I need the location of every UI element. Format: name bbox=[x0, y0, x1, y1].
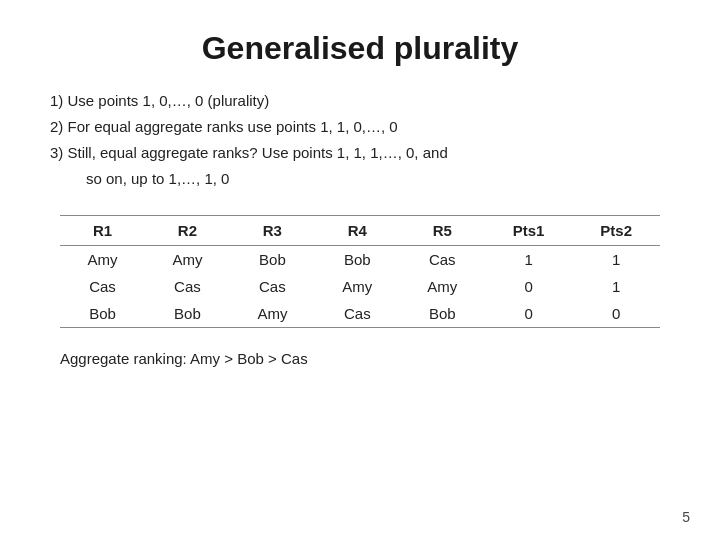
page-number: 5 bbox=[682, 509, 690, 525]
cell-r4-row3: Cas bbox=[315, 300, 400, 328]
cell-pts1-row3: 0 bbox=[485, 300, 573, 328]
col-header-r5: R5 bbox=[400, 216, 485, 246]
cell-pts2-row1: 1 bbox=[572, 246, 660, 274]
page: Generalised plurality 1) Use points 1, 0… bbox=[0, 0, 720, 540]
cell-r1-row1: Amy bbox=[60, 246, 145, 274]
cell-r2-row1: Amy bbox=[145, 246, 230, 274]
cell-r2-row3: Bob bbox=[145, 300, 230, 328]
cell-r3-row1: Bob bbox=[230, 246, 315, 274]
col-header-pts1: Pts1 bbox=[485, 216, 573, 246]
cell-r1-row3: Bob bbox=[60, 300, 145, 328]
cell-r5-row3: Bob bbox=[400, 300, 485, 328]
point-3-continued: so on, up to 1,…, 1, 0 bbox=[50, 167, 670, 191]
col-header-r1: R1 bbox=[60, 216, 145, 246]
cell-r1-row2: Cas bbox=[60, 273, 145, 300]
table-row: Amy Amy Bob Bob Cas 1 1 bbox=[60, 246, 660, 274]
col-header-r2: R2 bbox=[145, 216, 230, 246]
cell-r3-row3: Amy bbox=[230, 300, 315, 328]
cell-r4-row1: Bob bbox=[315, 246, 400, 274]
ranking-table: R1 R2 R3 R4 R5 Pts1 Pts2 Amy Amy Bob Bob… bbox=[60, 215, 660, 328]
points-list: 1) Use points 1, 0,…, 0 (plurality) 2) F… bbox=[50, 89, 670, 193]
point-3: 3) Still, equal aggregate ranks? Use poi… bbox=[50, 141, 670, 165]
table-row: Bob Bob Amy Cas Bob 0 0 bbox=[60, 300, 660, 328]
cell-r2-row2: Cas bbox=[145, 273, 230, 300]
cell-pts1-row1: 1 bbox=[485, 246, 573, 274]
col-header-r4: R4 bbox=[315, 216, 400, 246]
ranking-table-wrapper: R1 R2 R3 R4 R5 Pts1 Pts2 Amy Amy Bob Bob… bbox=[60, 215, 660, 328]
point-1: 1) Use points 1, 0,…, 0 (plurality) bbox=[50, 89, 670, 113]
cell-r5-row1: Cas bbox=[400, 246, 485, 274]
cell-r3-row2: Cas bbox=[230, 273, 315, 300]
aggregate-ranking: Aggregate ranking: Amy > Bob > Cas bbox=[60, 350, 670, 367]
cell-pts2-row2: 1 bbox=[572, 273, 660, 300]
point-2: 2) For equal aggregate ranks use points … bbox=[50, 115, 670, 139]
col-header-r3: R3 bbox=[230, 216, 315, 246]
table-row: Cas Cas Cas Amy Amy 0 1 bbox=[60, 273, 660, 300]
page-title: Generalised plurality bbox=[50, 30, 670, 67]
cell-r4-row2: Amy bbox=[315, 273, 400, 300]
col-header-pts2: Pts2 bbox=[572, 216, 660, 246]
table-header-row: R1 R2 R3 R4 R5 Pts1 Pts2 bbox=[60, 216, 660, 246]
cell-pts1-row2: 0 bbox=[485, 273, 573, 300]
cell-r5-row2: Amy bbox=[400, 273, 485, 300]
cell-pts2-row3: 0 bbox=[572, 300, 660, 328]
